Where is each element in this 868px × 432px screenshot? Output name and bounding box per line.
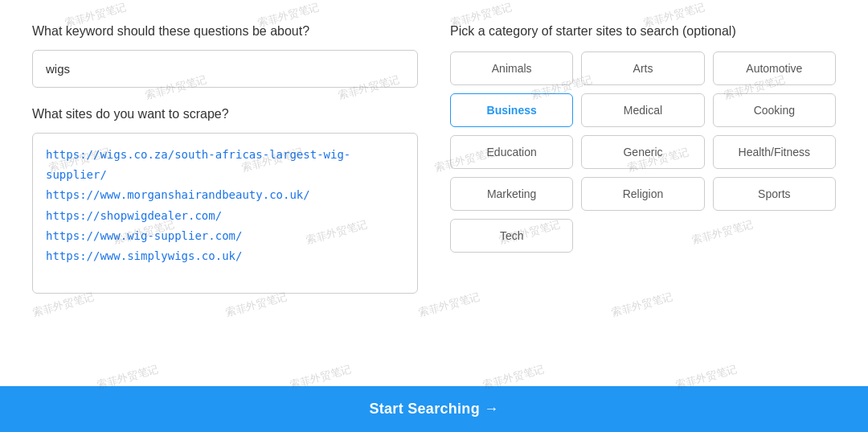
- category-health-fitness[interactable]: Health/Fitness: [713, 135, 836, 169]
- category-grid: Animals Arts Automotive Business Medical…: [450, 51, 836, 253]
- category-sports[interactable]: Sports: [713, 177, 836, 211]
- left-panel: What keyword should these questions be a…: [32, 24, 418, 394]
- category-religion[interactable]: Religion: [581, 177, 704, 211]
- category-tech[interactable]: Tech: [450, 219, 573, 253]
- category-animals[interactable]: Animals: [450, 51, 573, 85]
- sites-textarea[interactable]: https://wigs.co.za/south-africas-largest…: [32, 133, 418, 294]
- category-medical[interactable]: Medical: [581, 93, 704, 127]
- category-generic[interactable]: Generic: [581, 135, 704, 169]
- bottom-bar: Start Searching →: [0, 386, 868, 432]
- start-searching-button[interactable]: Start Searching →: [369, 401, 498, 418]
- category-education[interactable]: Education: [450, 135, 573, 169]
- main-container: What keyword should these questions be a…: [0, 0, 868, 394]
- right-panel: Pick a category of starter sites to sear…: [450, 24, 836, 394]
- sites-label: What sites do you want to scrape?: [32, 107, 418, 121]
- category-cooking[interactable]: Cooking: [713, 93, 836, 127]
- category-business[interactable]: Business: [450, 93, 573, 127]
- keyword-input[interactable]: [32, 50, 418, 88]
- category-arts[interactable]: Arts: [581, 51, 704, 85]
- category-marketing[interactable]: Marketing: [450, 177, 573, 211]
- category-label: Pick a category of starter sites to sear…: [450, 24, 836, 39]
- keyword-label: What keyword should these questions be a…: [32, 24, 418, 39]
- category-automotive[interactable]: Automotive: [713, 51, 836, 85]
